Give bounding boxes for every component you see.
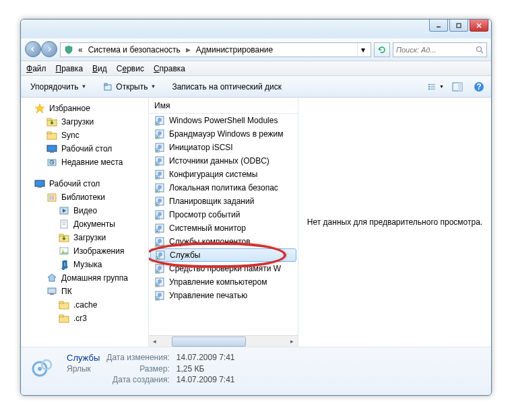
menu-tools[interactable]: Сервис [117, 64, 144, 73]
close-button[interactable] [470, 20, 488, 32]
nav-buttons [25, 41, 57, 59]
file-row[interactable]: Брандмауэр Windows в режим [149, 127, 298, 141]
preview-pane-button[interactable] [449, 79, 466, 94]
svg-point-49 [158, 131, 162, 135]
file-name: Управление печатью [169, 291, 247, 300]
file-row[interactable]: Службы компонентов [149, 235, 298, 248]
breadcrumb-prefix[interactable]: « [77, 45, 84, 55]
shortcut-icon [154, 223, 165, 234]
sidebar-item[interactable]: Библиотеки [21, 190, 148, 204]
details-name: Службы [67, 353, 100, 363]
svg-rect-1 [457, 24, 461, 28]
menu-help[interactable]: Справка [154, 64, 185, 73]
horizontal-scrollbar[interactable]: ◂▸ [149, 335, 298, 347]
sidebar-item[interactable]: Видео [21, 204, 148, 217]
shortcut-icon [154, 277, 165, 287]
back-button[interactable] [25, 41, 41, 57]
content: Имя Windows PowerShell ModulesБрандмауэр… [149, 98, 491, 347]
file-row[interactable]: Управление печатью [149, 289, 298, 302]
menu-view[interactable]: Вид [92, 64, 107, 73]
breadcrumb-2[interactable]: Администрирование [195, 45, 274, 55]
shortcut-icon [154, 236, 165, 247]
svg-point-4 [477, 46, 482, 51]
shortcut-icon [154, 209, 165, 220]
file-name: Локальная политика безопас [169, 183, 278, 193]
svg-point-73 [158, 239, 162, 243]
file-row[interactable]: Windows PowerShell Modules [149, 114, 298, 127]
sidebar-item[interactable]: Избранное [21, 102, 148, 115]
file-row[interactable]: Средство проверки памяти W [149, 262, 298, 275]
folder-icon [46, 130, 57, 141]
sidebar[interactable]: ИзбранноеЗагрузкиSyncРабочий столНедавни… [21, 98, 149, 347]
file-row[interactable]: Планировщик заданий [149, 195, 298, 208]
menu-edit[interactable]: Правка [56, 64, 84, 73]
svg-point-76 [158, 252, 162, 256]
burn-button[interactable]: Записать на оптический диск [166, 79, 287, 95]
sidebar-item-label: Sync [61, 131, 79, 140]
sidebar-item[interactable]: ПК [21, 285, 148, 298]
svg-rect-19 [47, 118, 51, 120]
details-datecr-label: Дата создания: [106, 375, 170, 384]
sidebar-item[interactable]: Документы [21, 217, 148, 231]
file-row[interactable]: Локальная политика безопас [149, 181, 298, 195]
sidebar-item[interactable]: Недавние места [21, 155, 148, 169]
svg-point-82 [158, 279, 162, 283]
sidebar-item[interactable]: Музыка [21, 258, 148, 271]
menu-file[interactable]: ФФайлайл [26, 64, 46, 73]
file-rows[interactable]: Windows PowerShell ModulesБрандмауэр Win… [149, 114, 298, 335]
sidebar-item-label: Библиотеки [61, 193, 105, 202]
view-mode-button[interactable]: ▼ [428, 79, 444, 94]
sidebar-item[interactable]: .cr3 [21, 312, 148, 325]
svg-rect-23 [50, 151, 54, 153]
file-row[interactable]: Просмотр событий [149, 208, 298, 221]
file-row[interactable]: Управление компьютером [149, 275, 298, 289]
address-bar[interactable]: « Система и безопасность ▶ Администриров… [60, 42, 371, 57]
forward-button[interactable] [41, 41, 57, 57]
breadcrumb-1[interactable]: Система и безопасность [87, 45, 182, 55]
minimize-button[interactable] [429, 20, 448, 32]
svg-rect-29 [49, 195, 51, 200]
file-row[interactable]: Системный монитор [149, 221, 298, 235]
docs-icon [59, 219, 69, 230]
sidebar-item-label: Музыка [73, 260, 102, 269]
file-name: Источники данных (ODBC) [169, 156, 269, 166]
file-name: Брандмауэр Windows в режим [169, 129, 284, 139]
organize-button[interactable]: Упорядочить▼ [25, 79, 92, 95]
maximize-button[interactable] [449, 20, 468, 32]
video-icon [59, 205, 69, 216]
file-row[interactable]: Конфигурация системы [149, 168, 298, 181]
sidebar-item-label: .cr3 [73, 314, 87, 323]
sidebar-item-label: Документы [73, 219, 115, 229]
sidebar-item[interactable]: .cache [21, 298, 148, 312]
file-row[interactable]: Источники данных (ODBC) [149, 154, 298, 168]
search-box[interactable] [393, 42, 487, 57]
help-button[interactable]: ? [471, 79, 487, 94]
explorer-window: « Система и безопасность ▶ Администриров… [20, 19, 492, 396]
address-dropdown[interactable]: ▾ [357, 43, 368, 57]
sidebar-item[interactable]: Загрузки [21, 231, 148, 244]
sidebar-item[interactable]: Рабочий стол [21, 142, 148, 155]
file-name: Службы компонентов [169, 237, 251, 246]
details-datecr: 14.07.2009 7:41 [177, 375, 235, 384]
sidebar-item[interactable]: Домашняя группа [21, 271, 148, 285]
sidebar-item-label: Рабочий стол [61, 144, 112, 153]
sidebar-item[interactable]: Рабочий стол [21, 177, 148, 190]
navbar: « Система и безопасность ▶ Администриров… [21, 38, 491, 61]
shortcut-icon [154, 263, 165, 274]
file-row[interactable]: Инициатор iSCSI [149, 141, 298, 154]
shortcut-icon [154, 290, 165, 301]
file-name: Средство проверки памяти W [169, 264, 281, 273]
shortcut-icon [154, 155, 165, 166]
column-header[interactable]: Имя [149, 98, 298, 114]
svg-text:?: ? [476, 82, 481, 92]
sidebar-item[interactable]: Изображения [21, 244, 148, 258]
details-pane: Службы Дата изменения: 14.07.2009 7:41 Я… [21, 347, 491, 396]
search-input[interactable] [396, 46, 476, 54]
sidebar-item[interactable]: Загрузки [21, 115, 148, 129]
open-button[interactable]: Открыть▼ [97, 79, 161, 95]
file-row[interactable]: Службы [150, 248, 296, 262]
sidebar-item[interactable]: Sync [21, 129, 148, 142]
preview-pane: Нет данных для предварительного просмотр… [298, 98, 491, 347]
refresh-button[interactable] [374, 42, 390, 57]
body: ИзбранноеЗагрузкиSyncРабочий столНедавни… [21, 98, 491, 347]
